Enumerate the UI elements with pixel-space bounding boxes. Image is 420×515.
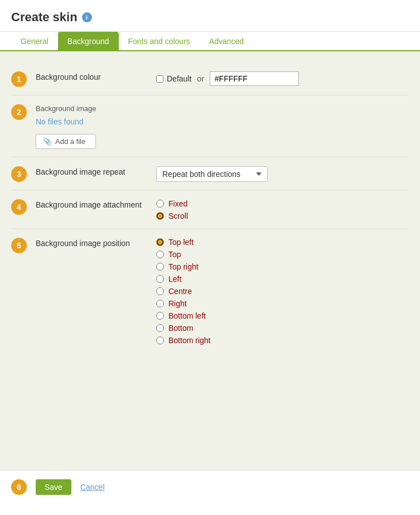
step-badge-1: 1 [11,71,27,87]
section-bg-repeat: 3 Background image repeat Repeat both di… [11,157,409,190]
radio-label-scroll[interactable]: Scroll [156,211,409,220]
bg-position-label: Background image position [36,237,147,248]
radio-label-centre[interactable]: Centre [156,287,409,296]
radio-bottom[interactable] [156,324,164,332]
cancel-button[interactable]: Cancel [80,483,105,492]
radio-bottom-right-text: Bottom right [168,336,210,345]
radio-left-text: Left [168,275,181,283]
radio-label-bottom[interactable]: Bottom [156,324,409,333]
radio-fixed-text: Fixed [168,199,187,208]
radio-top-right[interactable] [156,263,164,271]
info-icon[interactable]: i [82,12,92,22]
default-checkbox-label[interactable]: Default [156,74,191,83]
add-file-button[interactable]: 📎 Add a file [36,134,96,149]
radio-bottom-text: Bottom [168,324,193,333]
bg-attachment-label: Background image attachment [36,198,147,209]
radio-bottom-left-text: Bottom left [168,311,206,320]
section-bg-position: 5 Background image position Top left Top… [11,229,409,353]
radio-label-top[interactable]: Top [156,250,409,259]
section-bg-image: 2 Background image No files found 📎 Add … [11,95,409,157]
footer: 6 Save Cancel [0,470,420,504]
radio-bottom-left[interactable] [156,312,164,320]
radio-right-text: Right [168,299,187,308]
tab-general[interactable]: General [11,32,58,50]
step-badge-5: 5 [11,238,27,253]
save-button[interactable]: Save [36,479,71,495]
radio-bottom-right[interactable] [156,336,164,344]
radio-label-fixed[interactable]: Fixed [156,199,409,208]
default-label-text: Default [167,74,191,83]
content-area: 1 Background colour Default or 2 Backgro… [0,51,420,470]
radio-label-top-right[interactable]: Top right [156,262,409,271]
tabs-bar: General Background Fonts and colours Adv… [0,32,420,51]
radio-top-left-text: Top left [168,238,194,247]
or-text: or [197,74,204,83]
bg-image-label: Background image [36,104,96,113]
radio-label-right[interactable]: Right [156,299,409,308]
radio-top-text: Top [168,250,181,259]
bg-colour-label: Background colour [36,70,147,81]
radio-top-left[interactable] [156,238,164,246]
radio-fixed[interactable] [156,200,164,208]
radio-top[interactable] [156,251,164,258]
bg-repeat-controls: Repeat both directions No repeat Repeat … [156,165,409,182]
radio-label-bottom-left[interactable]: Bottom left [156,311,409,320]
colour-value-input[interactable] [210,71,299,86]
bg-position-controls: Top left Top Top right Left Centre Right [156,237,409,345]
footer-step-badge: 6 [11,479,27,495]
bg-repeat-select[interactable]: Repeat both directions No repeat Repeat … [156,166,268,182]
radio-centre-text: Centre [168,287,192,296]
tab-background[interactable]: Background [58,32,119,50]
radio-centre[interactable] [156,287,164,295]
radio-scroll-text: Scroll [168,211,188,220]
radio-right[interactable] [156,300,164,307]
paperclip-icon: 📎 [43,137,52,146]
bg-attachment-controls: Fixed Scroll [156,198,409,220]
radio-left[interactable] [156,275,164,283]
page-header: Create skin i [0,0,420,32]
radio-top-right-text: Top right [168,262,199,271]
tab-fonts-colours[interactable]: Fonts and colours [119,32,200,50]
add-file-label: Add a file [55,137,85,146]
step-badge-4: 4 [11,199,27,215]
bg-repeat-label: Background image repeat [36,165,147,176]
default-checkbox[interactable] [156,75,163,83]
radio-label-left[interactable]: Left [156,275,409,283]
section-bg-attachment: 4 Background image attachment Fixed Scro… [11,190,409,229]
radio-label-bottom-right[interactable]: Bottom right [156,336,409,345]
page-title: Create skin [11,10,78,25]
radio-label-top-left[interactable]: Top left [156,238,409,247]
step-badge-3: 3 [11,166,27,182]
radio-scroll[interactable] [156,212,164,220]
section-bg-colour: 1 Background colour Default or [11,62,409,95]
no-files-text: No files found [36,117,96,126]
tab-advanced[interactable]: Advanced [200,32,253,50]
step-badge-2: 2 [11,104,27,120]
bg-colour-controls: Default or [156,70,409,86]
